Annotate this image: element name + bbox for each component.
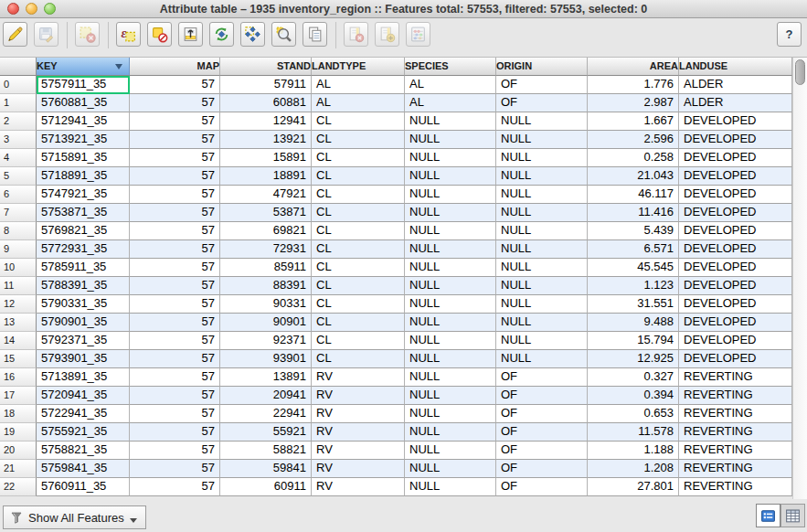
table-cell[interactable]: 57 xyxy=(130,368,220,387)
table-cell[interactable]: 57 xyxy=(130,277,220,295)
table-cell[interactable]: ALDER xyxy=(679,76,792,94)
vertical-scrollbar[interactable] xyxy=(792,58,807,499)
column-header-species[interactable]: SPECIES xyxy=(405,58,496,76)
row-number-header[interactable]: 12 xyxy=(0,295,37,314)
table-cell[interactable]: OF xyxy=(496,460,588,478)
table-cell[interactable]: 0.327 xyxy=(588,368,679,387)
row-number-header[interactable]: 0 xyxy=(0,76,37,94)
table-cell[interactable]: NULL xyxy=(496,350,588,368)
row-number-header[interactable]: 10 xyxy=(0,259,37,277)
table-cell[interactable]: 1.208 xyxy=(588,460,679,478)
table-cell[interactable]: DEVELOPED xyxy=(679,314,792,332)
row-number-header[interactable]: 8 xyxy=(0,222,37,240)
table-cell[interactable]: REVERTING xyxy=(679,387,792,405)
table-cell[interactable]: 60881 xyxy=(220,94,312,112)
table-cell[interactable]: NULL xyxy=(405,186,496,204)
row-number-header[interactable]: 1 xyxy=(0,94,37,112)
table-cell[interactable]: RV xyxy=(312,387,405,405)
table-cell[interactable]: REVERTING xyxy=(679,405,792,423)
table-cell[interactable]: DEVELOPED xyxy=(679,149,792,167)
table-cell[interactable]: 1.776 xyxy=(588,76,679,94)
table-cell[interactable]: 6.571 xyxy=(588,240,679,259)
table-cell[interactable]: 93901 xyxy=(220,350,312,368)
table-cell[interactable]: NULL xyxy=(405,149,496,167)
row-number-header[interactable]: 18 xyxy=(0,405,37,423)
table-cell[interactable]: 92371 xyxy=(220,332,312,350)
table-cell[interactable]: OF xyxy=(496,387,588,405)
column-header-origin[interactable]: ORIGIN xyxy=(496,58,588,76)
table-cell[interactable]: 5758821_35 xyxy=(37,442,130,460)
table-cell[interactable]: 2.987 xyxy=(588,94,679,112)
table-cell[interactable]: NULL xyxy=(496,222,588,240)
table-cell[interactable]: NULL xyxy=(405,240,496,259)
table-cell[interactable]: DEVELOPED xyxy=(679,131,792,149)
table-cell[interactable]: RV xyxy=(312,423,405,442)
table-cell[interactable]: 0.258 xyxy=(588,149,679,167)
table-cell[interactable]: NULL xyxy=(405,442,496,460)
table-cell[interactable]: 57 xyxy=(130,112,220,131)
table-cell[interactable]: 47921 xyxy=(220,186,312,204)
table-cell[interactable]: OF xyxy=(496,423,588,442)
table-cell[interactable]: CL xyxy=(312,204,405,222)
table-cell[interactable]: 57 xyxy=(130,387,220,405)
table-cell[interactable]: AL xyxy=(405,76,496,94)
table-cell[interactable]: 5785911_35 xyxy=(37,259,130,277)
row-number-header[interactable]: 16 xyxy=(0,368,37,387)
table-view-button[interactable] xyxy=(780,504,805,527)
table-cell[interactable]: 55921 xyxy=(220,423,312,442)
invert-selection-button[interactable] xyxy=(209,22,234,47)
table-cell[interactable]: OF xyxy=(496,442,588,460)
table-cell[interactable]: NULL xyxy=(405,460,496,478)
table-cell[interactable]: 90331 xyxy=(220,295,312,314)
table-cell[interactable]: NULL xyxy=(496,167,588,186)
table-cell[interactable]: NULL xyxy=(496,277,588,295)
column-header-map[interactable]: MAP xyxy=(130,58,220,76)
table-cell[interactable]: NULL xyxy=(496,240,588,259)
table-cell[interactable]: 5790331_35 xyxy=(37,295,130,314)
row-number-header[interactable]: 22 xyxy=(0,478,37,496)
table-cell[interactable]: CL xyxy=(312,277,405,295)
table-cell[interactable]: NULL xyxy=(405,277,496,295)
table-cell[interactable]: 5722941_35 xyxy=(37,405,130,423)
table-cell[interactable]: 5755921_35 xyxy=(37,423,130,442)
column-header-stand[interactable]: STAND xyxy=(220,58,312,76)
table-cell[interactable]: OF xyxy=(496,94,588,112)
table-cell[interactable]: CL xyxy=(312,167,405,186)
table-cell[interactable]: AL xyxy=(312,94,405,112)
column-header-landuse[interactable]: LANDUSE xyxy=(679,58,792,76)
row-number-header[interactable]: 21 xyxy=(0,460,37,478)
table-cell[interactable]: 1.667 xyxy=(588,112,679,131)
table-cell[interactable]: 60911 xyxy=(220,478,312,496)
unselect-all-button[interactable] xyxy=(147,22,172,47)
table-cell[interactable]: OF xyxy=(496,368,588,387)
table-cell[interactable]: 12.925 xyxy=(588,350,679,368)
table-cell[interactable]: NULL xyxy=(405,204,496,222)
table-cell[interactable]: DEVELOPED xyxy=(679,350,792,368)
table-cell[interactable]: 12941 xyxy=(220,112,312,131)
select-by-expression-button[interactable]: ε xyxy=(116,22,141,47)
table-cell[interactable]: 1.188 xyxy=(588,442,679,460)
table-cell[interactable]: 57911 xyxy=(220,76,312,94)
table-cell[interactable]: 5760911_35 xyxy=(37,478,130,496)
table-cell[interactable]: NULL xyxy=(405,423,496,442)
table-cell[interactable]: 5760881_35 xyxy=(37,94,130,112)
table-cell[interactable]: NULL xyxy=(405,222,496,240)
table-cell[interactable]: DEVELOPED xyxy=(679,186,792,204)
table-cell[interactable]: 15891 xyxy=(220,149,312,167)
table-cell[interactable]: 57 xyxy=(130,149,220,167)
table-cell[interactable]: 57 xyxy=(130,204,220,222)
table-cell[interactable]: 5788391_35 xyxy=(37,277,130,295)
table-cell[interactable]: REVERTING xyxy=(679,460,792,478)
table-cell[interactable]: 57 xyxy=(130,76,220,94)
table-cell[interactable]: NULL xyxy=(405,332,496,350)
table-cell[interactable]: 69821 xyxy=(220,222,312,240)
table-cell[interactable]: CL xyxy=(312,186,405,204)
row-number-header[interactable]: 3 xyxy=(0,131,37,149)
table-cell[interactable]: AL xyxy=(405,94,496,112)
table-cell[interactable]: DEVELOPED xyxy=(679,222,792,240)
row-number-header[interactable]: 19 xyxy=(0,423,37,442)
table-cell[interactable]: DEVELOPED xyxy=(679,167,792,186)
column-header-area[interactable]: AREA xyxy=(588,58,679,76)
table-cell[interactable]: CL xyxy=(312,222,405,240)
table-cell[interactable]: 22941 xyxy=(220,405,312,423)
